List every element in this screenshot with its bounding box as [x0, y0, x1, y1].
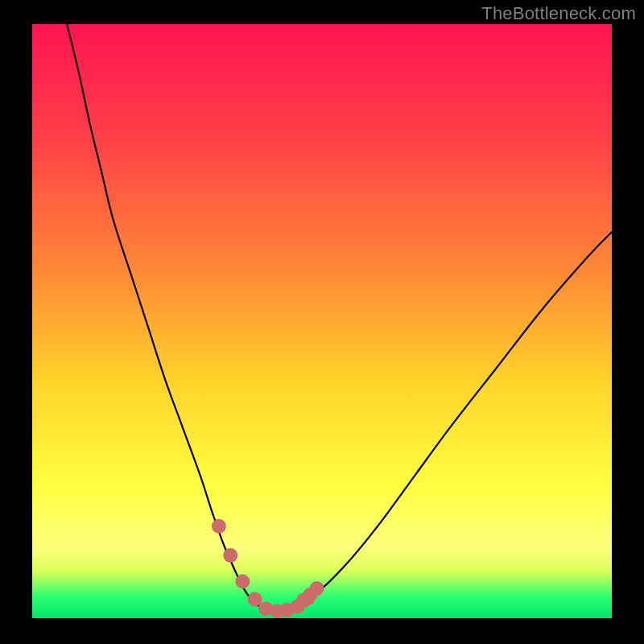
trough-marker — [235, 574, 250, 588]
trough-marker — [301, 591, 316, 605]
trough-marker — [223, 548, 237, 563]
trough-marker — [247, 592, 262, 606]
chart-stage: TheBottleneck.com — [0, 0, 644, 644]
trough-marker-group — [212, 519, 324, 618]
bottleneck-curve — [67, 24, 612, 611]
plot-area — [32, 24, 612, 618]
trough-marker — [212, 519, 226, 534]
curve-layer — [32, 24, 612, 618]
watermark-text: TheBottleneck.com — [481, 3, 636, 24]
